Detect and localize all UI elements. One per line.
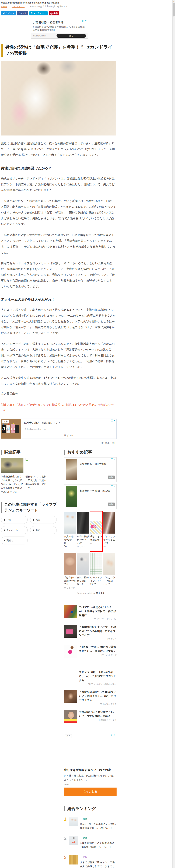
category-badge[interactable]: 健康 (80, 836, 90, 840)
ad-info-icon[interactable]: i (111, 485, 113, 487)
page-title: 男性の55%は「自宅で介護」を希望！？ セカンドライフの選択肢 (1, 44, 116, 57)
recommend-tile[interactable]: 友人VSお金VS健康・・・ 50 (64, 512, 76, 551)
tile-title[interactable]: がん？認知症？糖尿病...？ (77, 576, 89, 586)
sponsored-item[interactable]: ニベアに○○混ぜるだけシミが…？世界も大注目の…容法が話題にPR ビタブリッドジ… (64, 603, 116, 623)
breadcrumb-category-link[interactable]: ライフプラン (12, 5, 25, 8)
recommend-tile[interactable]: 「冷え」や「ひび割れ」の (103, 553, 115, 589)
sponsored-pr-label: PR アスクレピオス製薬株式会社 (79, 683, 116, 685)
ad-info-icon[interactable]: i (111, 420, 113, 422)
tile-title[interactable]: 「サラサラすぎてゴムが付 (103, 535, 115, 545)
ranking-item[interactable]: 3 趣味 きものが屏風に!? キャシー中島さんの終活としての「きものリフォーム」 (64, 852, 116, 868)
ad-close-icon[interactable]: ✕ (114, 734, 115, 736)
keyword-tag[interactable]: 自宅 (30, 526, 57, 534)
scrollbar[interactable]: ▲ (172, 0, 175, 868)
related-article-title[interactable]: 慣れないオムツ交換に四苦八苦...57歳の妻を在宅介護して思うこと (26, 475, 48, 490)
facebook-share-button[interactable]: f シェア (17, 11, 28, 16)
keyword-tag-label: 自宅 (36, 529, 40, 532)
related-article-link[interactable]: 関連記事：「認知症と診断されてすぐに施設探し。抵抗はあったけど早めの行動が大切だ… (1, 402, 116, 413)
scrollbar-thumb[interactable] (173, 3, 175, 17)
article-heading-2: 老人ホームの居心地は人それぞれ！ (1, 297, 116, 302)
keyword-tag[interactable]: 家族 (30, 516, 57, 524)
ranking-title[interactable]: きものが屏風に!? キャシー中島さんの終活としての「きものリフォーム」 (80, 860, 116, 868)
recommend-tile[interactable]: 白髪の謎が解けた？●●す ad フィネス (77, 512, 89, 551)
hatena-bookmark-button[interactable]: B!ブックマーク (29, 11, 47, 16)
recommend-tile[interactable]: がん？認知症？糖尿病...？ (77, 553, 89, 589)
ad-close-icon[interactable]: ✕ (85, 20, 86, 22)
ad-jobs-image-text: Jobs (2, 426, 16, 432)
attribution-brand[interactable]: X-lift (99, 592, 104, 594)
ad-top-banner[interactable]: i ✕ 実務者研修・初任者研修 介護資格 受講申込随時受付 拝島駅5分 安価な受… (31, 19, 88, 38)
ranking-item[interactable]: 2 16 健康 空腹と睡眠による究極の食事法「8時間+8時間」ルールとは (64, 833, 116, 852)
sponsored-item[interactable]: スザンヌ（32）【63→47kg】ちょっと…た習慣でガリガリ止まらPR アスクレ… (64, 668, 116, 688)
ad-info-icon[interactable]: i (82, 20, 84, 22)
tile-title[interactable]: セカンドライフ、夫と2人で (90, 576, 102, 586)
sponsored-title[interactable]: 主婦43歳「ほうれい線どこいった!?」身近な食材…美容法 (79, 710, 116, 718)
related-article-title[interactable]: 米山公啓先生にきく「他人事ではない認知症」（4）どんな状況でも最後まで自宅で暮ら… (1, 475, 24, 494)
scrollbar-up-icon[interactable]: ▲ (173, 0, 175, 3)
sponsored-title[interactable]: 「製薬会社なら安心です」あのロキソニンS会社開…のエイジングケア (79, 625, 116, 637)
ad-badge: 広告 (108, 502, 115, 506)
recommend-ad-card[interactable]: i✕ 高齢者用住宅 秋田・桃源郷 広告 (64, 484, 116, 509)
sponsored-item[interactable]: 「宿便を5kg剥がして10kg痩せたよ」武田久美子…（50）ガリガリ止まらPR … (64, 688, 116, 708)
pinterest-save-button[interactable]: P 保存 (49, 11, 59, 16)
breadcrumb-home-link[interactable]: Home (1, 5, 7, 8)
sponsored-thumbnail (64, 670, 77, 683)
keyword-tag[interactable]: 介護 (1, 516, 28, 524)
sponsored-title[interactable]: スザンヌ（32）【63→47kg】ちょっと…た習慣でガリガリ止まら (79, 670, 116, 682)
tile-thumbnail (77, 553, 89, 575)
tile-title[interactable]: 友人VSお金VS健康・・・ 50 (64, 535, 76, 548)
ad-top-body: 介護資格 受講申込随時受付 拝島駅5分 安価な受講料 就労支援【資料請求無料】 (33, 25, 86, 32)
recommend-ad-card[interactable]: i✕ 実務者研修・初任者研修 広告 (64, 457, 116, 482)
ad-close-icon[interactable]: ✕ (114, 420, 115, 422)
ad-card-title[interactable]: 実務者研修・初任者研修 (80, 462, 115, 466)
recommend-tile[interactable]: 「ほうれい線は食べ物で変 ad しまのや (64, 553, 76, 589)
ad-bess-banner[interactable]: 広告 i✕ 造りすぎず飾りすぎない、程々の家 内と外を繋ぐ広縁。そこは外のようで… (64, 733, 116, 796)
ad-info-icon[interactable]: i (111, 458, 113, 460)
ranking-title[interactable]: 空腹と睡眠による究極の食事法「8時間+8時間」ルールとは (80, 841, 116, 849)
tile-title[interactable]: 「冷え」や「ひび割れ」の (103, 576, 115, 586)
tile-thumbnail (64, 553, 76, 575)
ranking-item[interactable]: 1 健康 余命6カ月！森永卓郎さんが重い糖尿病を克服した秘けつとは (64, 814, 116, 833)
pinterest-button-label: 保存 (54, 12, 58, 15)
recommend-tile-highlighted[interactable]: 500 痩せづらい体質の女 ad (90, 512, 102, 551)
sponsored-list: ニベアに○○混ぜるだけシミが…？世界も大注目の…容法が話題にPR ビタブリッドジ… (64, 603, 116, 725)
ad-open-button[interactable]: 開く (57, 34, 86, 38)
sponsored-title[interactable]: 「1回きりでOK」嫁に痩せ菌飲ませたら→「綺麗に…りすぎ」 (79, 645, 116, 653)
tile-title[interactable]: 白髪の謎が解けた？●●す (77, 535, 89, 545)
tile-thumbnail (103, 553, 115, 575)
ad-jobs-site-button[interactable]: サイトへ (21, 433, 116, 439)
ad-label: 広告 (65, 734, 72, 738)
sponsored-title[interactable]: 「宿便を5kg剥がして10kg痩せたよ」武田久美子…（50）ガリガリ止まら (79, 690, 116, 702)
ad-info-icon[interactable]: i (111, 734, 113, 736)
article-hero-image (1, 61, 116, 135)
sponsored-title[interactable]: ニベアに○○混ぜるだけシミが…？世界も大注目の…容法が話題に (79, 605, 116, 617)
related-article-card[interactable]: 米山公啓先生にきく「他人事ではない認知症」（4）どんな状況でも最後まで自宅で暮ら… (1, 458, 24, 494)
ad-close-icon[interactable]: ✕ (114, 458, 115, 461)
ad-bess-brand: BESS (64, 783, 116, 785)
recommend-tile[interactable]: セカンドライフ、夫と2人で (90, 553, 102, 589)
sponsored-item[interactable]: 「1回きりでOK」嫁に痩せ菌飲ませたら→「綺麗に…りすぎ」PR ヘルスアップ (64, 643, 116, 660)
tweet-button[interactable]: ツイート (1, 11, 16, 16)
ad-bess-title[interactable]: 造りすぎず飾りすぎない、程々の家 (64, 768, 116, 772)
category-badge[interactable]: 健康 (80, 817, 90, 821)
ad-bess-more-button[interactable]: もっと見る (64, 787, 116, 796)
recommend-tile[interactable]: 「サラサラすぎてゴムが付 ad (103, 512, 115, 551)
sponsored-item[interactable]: 「製薬会社なら安心です」あのロキソニンS会社開…のエイジングケアPR アイム (64, 623, 116, 643)
sponsored-item[interactable]: 主婦43歳「ほうれい線どこいった!?」身近な食材…美容法PR 株式会社オージオ (64, 708, 116, 725)
tile-title[interactable]: 「ほうれい線は食べ物で変 (64, 576, 76, 586)
ad-card-title[interactable]: 高齢者用住宅 秋田・桃源郷 (80, 489, 115, 493)
breadcrumb-arrow-icon: → (8, 5, 10, 8)
keyword-tag[interactable]: 老人ホーム (1, 526, 28, 534)
ad-jobs-title[interactable]: 介護士の求人・転職はレイシア (24, 421, 114, 425)
keyword-tag[interactable]: 高齢者 (1, 536, 28, 545)
ad-top-title[interactable]: 実務者研修・初任者研修 (33, 21, 86, 24)
ad-close-icon[interactable]: ✕ (114, 485, 115, 488)
category-badge[interactable]: 趣味 (80, 855, 90, 859)
ranking-title[interactable]: 余命6カ月！森永卓郎さんが重い糖尿病を克服した秘けつとは (80, 822, 116, 830)
sponsored-thumbnail (64, 645, 77, 658)
share-buttons: ツイート f シェア B!ブックマーク P 保存 (1, 11, 172, 16)
tile-title[interactable]: 痩せづらい体質の女 (90, 535, 102, 541)
article-paragraph: 「結婚や家族に対する意識態度」についての調査では、自宅介護を希望した男性が妻や子… (1, 232, 116, 255)
related-article-card[interactable]: 慣れないオムツ交換に四苦八苦...57歳の妻を在宅介護して思うこと (26, 458, 48, 494)
ad-jobs-banner[interactable]: 広告 Jobs 介護士の求人・転職はレイシア lewisia-medical.c… (1, 418, 116, 439)
